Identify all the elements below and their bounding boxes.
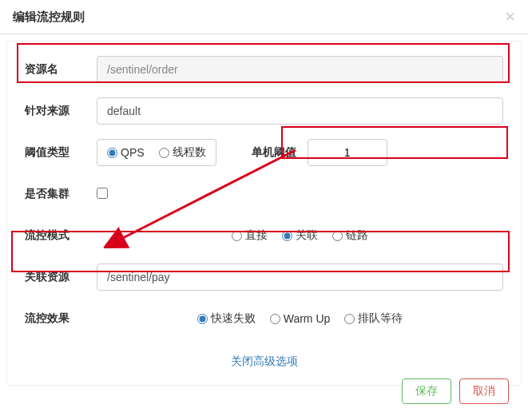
modal-title: 编辑流控规则 — [13, 10, 85, 25]
label-flow-effect: 流控效果 — [25, 311, 97, 326]
label-single-threshold: 单机阈值 — [252, 145, 296, 160]
radio-mode-relate-label: 关联 — [296, 228, 318, 243]
close-icon[interactable]: × — [505, 8, 515, 26]
cancel-button[interactable]: 取消 — [459, 378, 509, 404]
radio-mode-direct-input[interactable] — [232, 231, 242, 241]
row-threshold: 阈值类型 QPS 线程数 单机阈值 — [25, 139, 503, 166]
label-flow-mode: 流控模式 — [25, 228, 97, 243]
flow-effect-group: 快速失败 Warm Up 排队等待 — [97, 305, 503, 332]
radio-qps-label: QPS — [121, 146, 145, 159]
radio-effect-fastfail-input[interactable] — [197, 314, 208, 324]
label-resource: 资源名 — [25, 62, 97, 77]
input-relate-resource[interactable] — [97, 263, 503, 291]
label-cluster: 是否集群 — [25, 187, 97, 201]
row-flow-mode: 流控模式 直接 关联 链路 — [25, 222, 503, 249]
radio-mode-relate-input[interactable] — [282, 231, 292, 241]
label-source: 针对来源 — [25, 104, 97, 118]
input-source[interactable] — [97, 97, 503, 125]
row-flow-effect: 流控效果 快速失败 Warm Up 排队等待 — [25, 305, 503, 332]
radio-mode-chain[interactable]: 链路 — [332, 228, 368, 243]
input-single-threshold[interactable] — [308, 139, 387, 166]
radio-effect-fastfail[interactable]: 快速失败 — [197, 311, 256, 326]
radio-effect-warmup-input[interactable] — [270, 314, 280, 324]
radio-mode-direct-label: 直接 — [245, 228, 268, 243]
row-resource: 资源名 — [25, 56, 503, 83]
input-resource — [97, 56, 503, 83]
checkbox-cluster[interactable] — [97, 188, 108, 199]
row-source: 针对来源 — [25, 97, 503, 125]
row-relate-resource: 关联资源 — [25, 263, 503, 291]
radio-threads-label: 线程数 — [173, 145, 206, 160]
radio-mode-chain-input[interactable] — [332, 231, 343, 241]
radio-qps-input[interactable] — [107, 148, 117, 158]
modal-footer: 保存 取消 — [389, 369, 522, 414]
row-cluster: 是否集群 — [25, 180, 503, 208]
radio-mode-relate[interactable]: 关联 — [282, 228, 318, 243]
radio-threads-input[interactable] — [159, 148, 169, 158]
radio-qps[interactable]: QPS — [107, 146, 145, 159]
threshold-type-group: QPS 线程数 — [97, 139, 216, 166]
radio-effect-warmup[interactable]: Warm Up — [270, 312, 331, 325]
label-relate-resource: 关联资源 — [25, 270, 97, 284]
radio-threads[interactable]: 线程数 — [159, 145, 206, 160]
radio-mode-direct[interactable]: 直接 — [232, 228, 268, 243]
edit-flow-rule-modal: 编辑流控规则 × 资源名 针对来源 阈值类型 QPS — [0, 0, 528, 420]
modal-header: 编辑流控规则 × — [0, 0, 528, 34]
radio-effect-queue-input[interactable] — [344, 314, 355, 324]
radio-effect-queue[interactable]: 排队等待 — [344, 311, 403, 326]
label-threshold-type: 阈值类型 — [25, 145, 97, 160]
modal-body: 资源名 针对来源 阈值类型 QPS — [6, 41, 522, 386]
radio-mode-chain-label: 链路 — [346, 228, 368, 243]
flow-mode-group: 直接 关联 链路 — [97, 222, 503, 249]
save-button[interactable]: 保存 — [402, 378, 451, 404]
radio-effect-fastfail-label: 快速失败 — [211, 311, 256, 326]
radio-effect-queue-label: 排队等待 — [358, 311, 403, 326]
radio-effect-warmup-label: Warm Up — [284, 312, 331, 325]
